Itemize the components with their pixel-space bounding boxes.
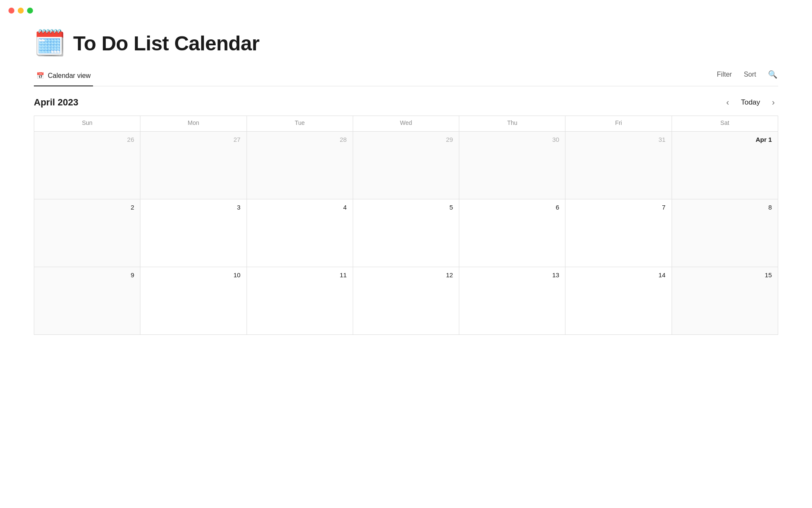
calendar-cell[interactable]: 2 <box>34 199 140 267</box>
calendar-cell[interactable]: 10 <box>140 267 247 335</box>
cell-date-label: 8 <box>678 204 772 211</box>
prev-month-button[interactable]: ‹ <box>723 96 732 109</box>
cell-date-label: 15 <box>678 271 772 279</box>
day-header-tue: Tue <box>247 116 353 132</box>
filter-button[interactable]: Filter <box>716 69 733 80</box>
calendar-cell[interactable]: 12 <box>353 267 459 335</box>
cell-date-label: 3 <box>146 204 240 211</box>
month-title: April 2023 <box>34 97 78 108</box>
calendar-cell[interactable]: 15 <box>672 267 778 335</box>
cell-date-label: 7 <box>571 204 665 211</box>
page-header: 🗓️ To Do List Calendar <box>34 30 778 56</box>
calendar-cell[interactable]: 7 <box>565 199 672 267</box>
main-content: 🗓️ To Do List Calendar 📅 Calendar view F… <box>0 18 812 335</box>
calendar-cell[interactable]: 13 <box>459 267 565 335</box>
calendar-cell[interactable]: 27 <box>140 132 247 199</box>
calendar-cell[interactable]: 11 <box>247 267 353 335</box>
app-icon: 🗓️ <box>34 30 66 56</box>
close-button[interactable] <box>8 8 14 14</box>
calendar-view-icon: 📅 <box>36 72 44 80</box>
calendar-grid: Sun Mon Tue Wed Thu Fri Sat 262728293031… <box>34 116 778 335</box>
cell-date-label: 26 <box>40 136 134 143</box>
search-icon: 🔍 <box>768 70 777 79</box>
calendar-cell[interactable]: 26 <box>34 132 140 199</box>
calendar-cell[interactable]: Apr 1 <box>672 132 778 199</box>
calendar-cell[interactable]: 4 <box>247 199 353 267</box>
week-row-0: 262728293031Apr 1 <box>34 132 778 199</box>
day-header-fri: Fri <box>565 116 672 132</box>
calendar-cell[interactable]: 29 <box>353 132 459 199</box>
cell-date-label: 12 <box>359 271 453 279</box>
week-row-2: 9101112131415 <box>34 267 778 335</box>
toolbar: 📅 Calendar view Filter Sort 🔍 <box>34 68 778 86</box>
today-button[interactable]: Today <box>737 97 764 108</box>
day-header-sat: Sat <box>672 116 778 132</box>
cell-date-label: 4 <box>253 204 347 211</box>
day-header-sun: Sun <box>34 116 140 132</box>
calendar-cell[interactable]: 3 <box>140 199 247 267</box>
cell-date-label: 30 <box>465 136 559 143</box>
calendar-view-label: Calendar view <box>48 72 91 80</box>
day-header-mon: Mon <box>140 116 247 132</box>
cell-date-label: 27 <box>146 136 240 143</box>
tab-calendar-view[interactable]: 📅 Calendar view <box>34 68 93 86</box>
cell-date-label: 29 <box>359 136 453 143</box>
calendar-cell[interactable]: 8 <box>672 199 778 267</box>
next-month-button[interactable]: › <box>768 96 778 109</box>
cell-date-label: 2 <box>40 204 134 211</box>
calendar-cell[interactable]: 30 <box>459 132 565 199</box>
sort-button[interactable]: Sort <box>743 69 757 80</box>
week-row-1: 2345678 <box>34 199 778 267</box>
toolbar-actions: Filter Sort 🔍 <box>716 68 778 86</box>
cell-date-label: 14 <box>571 271 665 279</box>
day-headers-row: Sun Mon Tue Wed Thu Fri Sat <box>34 116 778 132</box>
cell-date-label: 31 <box>571 136 665 143</box>
cell-date-label: 11 <box>253 271 347 279</box>
calendar-cell[interactable]: 5 <box>353 199 459 267</box>
cell-date-label: 13 <box>465 271 559 279</box>
maximize-button[interactable] <box>27 8 33 14</box>
cell-date-label: 10 <box>146 271 240 279</box>
traffic-lights <box>0 0 812 18</box>
nav-controls: ‹ Today › <box>723 96 778 109</box>
calendar-header: April 2023 ‹ Today › <box>34 86 778 116</box>
cell-date-label: 5 <box>359 204 453 211</box>
calendar-cell[interactable]: 28 <box>247 132 353 199</box>
calendar-cell[interactable]: 6 <box>459 199 565 267</box>
view-tabs: 📅 Calendar view <box>34 68 93 86</box>
search-button[interactable]: 🔍 <box>767 68 778 81</box>
cell-date-label: 9 <box>40 271 134 279</box>
calendar-cell[interactable]: 14 <box>565 267 672 335</box>
cell-date-label: 6 <box>465 204 559 211</box>
cell-date-label: Apr 1 <box>678 136 772 143</box>
cell-date-label: 28 <box>253 136 347 143</box>
calendar-cell[interactable]: 9 <box>34 267 140 335</box>
calendar-cell[interactable]: 31 <box>565 132 672 199</box>
page-title: To Do List Calendar <box>73 32 259 55</box>
day-header-thu: Thu <box>459 116 565 132</box>
minimize-button[interactable] <box>18 8 24 14</box>
day-header-wed: Wed <box>353 116 459 132</box>
